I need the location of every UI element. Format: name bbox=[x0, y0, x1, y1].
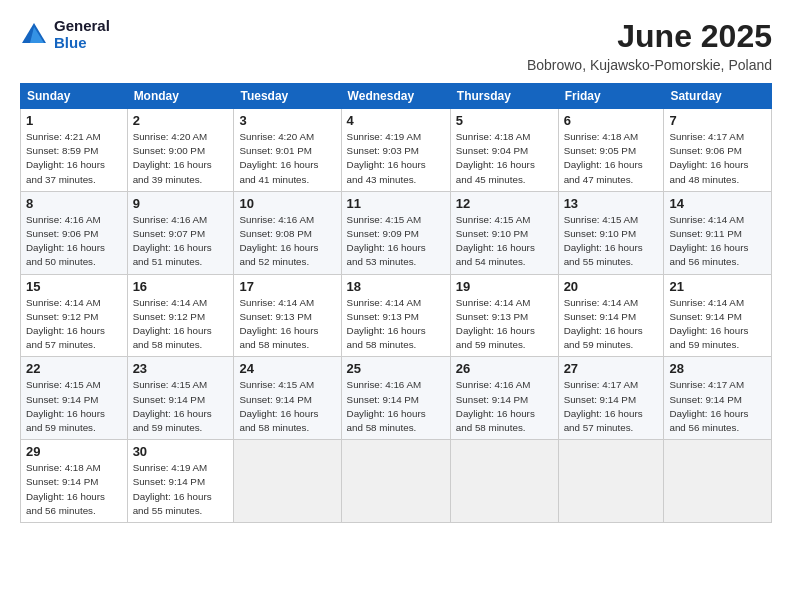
calendar-day-19: 19Sunrise: 4:14 AMSunset: 9:13 PMDayligh… bbox=[450, 274, 558, 357]
header-monday: Monday bbox=[127, 84, 234, 109]
calendar-day-3: 3Sunrise: 4:20 AMSunset: 9:01 PMDaylight… bbox=[234, 109, 341, 192]
calendar-day-empty-w4d4 bbox=[450, 440, 558, 523]
header-sunday: Sunday bbox=[21, 84, 128, 109]
calendar-day-22: 22Sunrise: 4:15 AMSunset: 9:14 PMDayligh… bbox=[21, 357, 128, 440]
calendar-day-6: 6Sunrise: 4:18 AMSunset: 9:05 PMDaylight… bbox=[558, 109, 664, 192]
calendar-day-28: 28Sunrise: 4:17 AMSunset: 9:14 PMDayligh… bbox=[664, 357, 772, 440]
header-tuesday: Tuesday bbox=[234, 84, 341, 109]
calendar-day-29: 29Sunrise: 4:18 AMSunset: 9:14 PMDayligh… bbox=[21, 440, 128, 523]
calendar-day-24: 24Sunrise: 4:15 AMSunset: 9:14 PMDayligh… bbox=[234, 357, 341, 440]
calendar-day-5: 5Sunrise: 4:18 AMSunset: 9:04 PMDaylight… bbox=[450, 109, 558, 192]
logo-text: General Blue bbox=[54, 18, 110, 51]
calendar-day-2: 2Sunrise: 4:20 AMSunset: 9:00 PMDaylight… bbox=[127, 109, 234, 192]
calendar-day-empty-w4d2 bbox=[234, 440, 341, 523]
calendar-day-4: 4Sunrise: 4:19 AMSunset: 9:03 PMDaylight… bbox=[341, 109, 450, 192]
calendar-day-empty-w4d3 bbox=[341, 440, 450, 523]
header-friday: Friday bbox=[558, 84, 664, 109]
calendar-day-25: 25Sunrise: 4:16 AMSunset: 9:14 PMDayligh… bbox=[341, 357, 450, 440]
calendar-day-9: 9Sunrise: 4:16 AMSunset: 9:07 PMDaylight… bbox=[127, 191, 234, 274]
calendar-day-7: 7Sunrise: 4:17 AMSunset: 9:06 PMDaylight… bbox=[664, 109, 772, 192]
calendar-day-13: 13Sunrise: 4:15 AMSunset: 9:10 PMDayligh… bbox=[558, 191, 664, 274]
calendar-day-10: 10Sunrise: 4:16 AMSunset: 9:08 PMDayligh… bbox=[234, 191, 341, 274]
calendar-day-30: 30Sunrise: 4:19 AMSunset: 9:14 PMDayligh… bbox=[127, 440, 234, 523]
title-area: June 2025 Bobrowo, Kujawsko-Pomorskie, P… bbox=[527, 18, 772, 73]
logo-icon bbox=[20, 21, 48, 49]
header-wednesday: Wednesday bbox=[341, 84, 450, 109]
calendar-header-row: Sunday Monday Tuesday Wednesday Thursday… bbox=[21, 84, 772, 109]
calendar-day-14: 14Sunrise: 4:14 AMSunset: 9:11 PMDayligh… bbox=[664, 191, 772, 274]
calendar-day-12: 12Sunrise: 4:15 AMSunset: 9:10 PMDayligh… bbox=[450, 191, 558, 274]
header-thursday: Thursday bbox=[450, 84, 558, 109]
calendar-day-empty-w4d5 bbox=[558, 440, 664, 523]
calendar-day-empty-w4d6 bbox=[664, 440, 772, 523]
calendar-day-1: 1Sunrise: 4:21 AMSunset: 8:59 PMDaylight… bbox=[21, 109, 128, 192]
calendar-day-20: 20Sunrise: 4:14 AMSunset: 9:14 PMDayligh… bbox=[558, 274, 664, 357]
page: General Blue June 2025 Bobrowo, Kujawsko… bbox=[0, 0, 792, 612]
calendar-day-16: 16Sunrise: 4:14 AMSunset: 9:12 PMDayligh… bbox=[127, 274, 234, 357]
logo-general-text: General bbox=[54, 18, 110, 35]
calendar-day-8: 8Sunrise: 4:16 AMSunset: 9:06 PMDaylight… bbox=[21, 191, 128, 274]
logo: General Blue bbox=[20, 18, 110, 51]
calendar-day-11: 11Sunrise: 4:15 AMSunset: 9:09 PMDayligh… bbox=[341, 191, 450, 274]
calendar-table: Sunday Monday Tuesday Wednesday Thursday… bbox=[20, 83, 772, 523]
calendar-day-15: 15Sunrise: 4:14 AMSunset: 9:12 PMDayligh… bbox=[21, 274, 128, 357]
calendar-day-21: 21Sunrise: 4:14 AMSunset: 9:14 PMDayligh… bbox=[664, 274, 772, 357]
header-area: General Blue June 2025 Bobrowo, Kujawsko… bbox=[20, 18, 772, 73]
calendar-day-27: 27Sunrise: 4:17 AMSunset: 9:14 PMDayligh… bbox=[558, 357, 664, 440]
location-subtitle: Bobrowo, Kujawsko-Pomorskie, Poland bbox=[527, 57, 772, 73]
calendar-day-18: 18Sunrise: 4:14 AMSunset: 9:13 PMDayligh… bbox=[341, 274, 450, 357]
calendar-day-17: 17Sunrise: 4:14 AMSunset: 9:13 PMDayligh… bbox=[234, 274, 341, 357]
month-title: June 2025 bbox=[527, 18, 772, 55]
logo-blue-text: Blue bbox=[54, 35, 110, 52]
calendar-day-23: 23Sunrise: 4:15 AMSunset: 9:14 PMDayligh… bbox=[127, 357, 234, 440]
header-saturday: Saturday bbox=[664, 84, 772, 109]
calendar-day-26: 26Sunrise: 4:16 AMSunset: 9:14 PMDayligh… bbox=[450, 357, 558, 440]
